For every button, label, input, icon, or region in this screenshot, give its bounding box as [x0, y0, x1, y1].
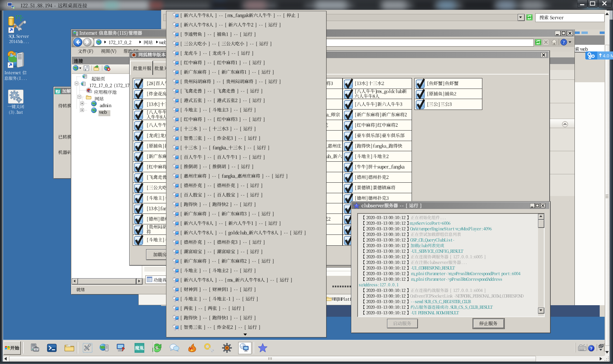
svg-text:4.0 M: 4.0 M	[603, 53, 613, 58]
svg-text:?: ?	[590, 346, 593, 351]
svg-text:?: ?	[563, 40, 565, 45]
svg-text:vs: vs	[190, 346, 194, 350]
